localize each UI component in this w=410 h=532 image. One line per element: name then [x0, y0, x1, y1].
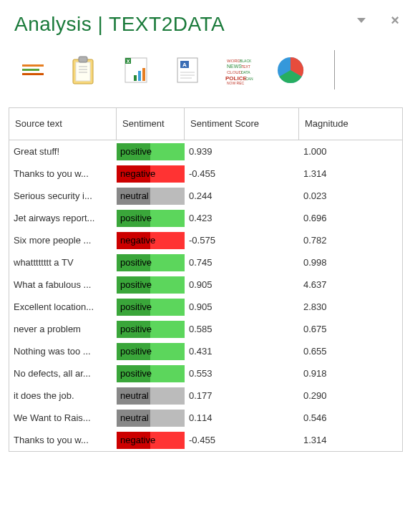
- panel-title: Analysis | TEXT2DATA: [14, 13, 396, 36]
- cell-score: 0.585: [185, 318, 299, 340]
- table-row[interactable]: Nothing was too ...positive0.4310.655: [9, 340, 402, 362]
- table-row[interactable]: We Want to Rais...neutral0.1140.546: [9, 407, 402, 429]
- table-row[interactable]: Thanks to you w...negative-0.4551.314: [9, 163, 402, 185]
- cell-magnitude: 2.830: [299, 296, 402, 318]
- cell-source: Six more people ...: [9, 229, 117, 251]
- table-row[interactable]: Thanks to you w...negative-0.4551.314: [9, 429, 402, 451]
- cell-sentiment: positive: [117, 251, 185, 274]
- cell-score: -0.455: [185, 163, 299, 185]
- cell-magnitude: 0.290: [299, 385, 402, 407]
- cell-source: Thanks to you w...: [9, 163, 117, 185]
- cell-sentiment: positive: [117, 340, 185, 362]
- cell-magnitude: 0.696: [299, 207, 402, 229]
- table-row[interactable]: Six more people ...negative-0.5750.782: [9, 229, 402, 251]
- svg-text:WORD: WORD: [227, 59, 241, 63]
- cell-magnitude: 4.637: [299, 274, 402, 296]
- cell-sentiment: positive: [117, 362, 185, 385]
- cell-sentiment: negative: [117, 163, 185, 185]
- cell-sentiment: negative: [117, 429, 185, 451]
- cell-sentiment: positive: [117, 296, 185, 318]
- cell-sentiment: neutral: [117, 385, 185, 407]
- cell-source: What a fabulous ...: [9, 274, 117, 296]
- cell-score: 0.939: [185, 140, 299, 163]
- cell-sentiment: positive: [117, 274, 185, 296]
- cell-magnitude: 0.918: [299, 362, 402, 385]
- cell-score: -0.575: [185, 229, 299, 251]
- cell-score: 0.423: [185, 207, 299, 229]
- table-row[interactable]: Excellent location...positive0.9052.830: [9, 296, 402, 318]
- cell-sentiment: positive: [117, 207, 185, 229]
- sentiment-badge: neutral: [117, 387, 185, 405]
- svg-text:CAN: CAN: [245, 77, 253, 81]
- table-row[interactable]: whatttttttt a TVpositive0.7450.998: [9, 251, 402, 274]
- sentiment-badge: positive: [117, 276, 185, 294]
- cell-magnitude: 0.675: [299, 318, 402, 340]
- cell-score: 0.553: [185, 362, 299, 385]
- svg-text:BLACK: BLACK: [240, 59, 252, 63]
- cell-magnitude: 1.314: [299, 163, 402, 185]
- sentiment-badge: negative: [117, 232, 185, 249]
- dropdown-icon[interactable]: [357, 18, 366, 23]
- table-row[interactable]: Jet airways report...positive0.4230.696: [9, 207, 402, 229]
- wordcloud-icon[interactable]: WORD BLACK NEWS TEXT CLOUD DATA POLICE C…: [224, 55, 254, 85]
- clipboard-icon[interactable]: [69, 55, 99, 85]
- cell-source: We Want to Rais...: [9, 407, 117, 429]
- sentiment-badge: positive: [117, 321, 185, 338]
- window-controls: ×: [357, 13, 399, 27]
- cell-score: 0.905: [185, 296, 299, 318]
- cell-source: Thanks to you w...: [9, 429, 117, 451]
- pie-chart-icon[interactable]: [275, 55, 306, 85]
- cell-score: -0.455: [185, 429, 299, 451]
- table-row[interactable]: What a fabulous ...positive0.9054.637: [9, 274, 402, 296]
- svg-text:DATA: DATA: [241, 70, 250, 74]
- excel-icon[interactable]: X: [121, 55, 151, 85]
- svg-rect-1: [76, 62, 90, 81]
- col-header-score[interactable]: Sentiment Score: [185, 108, 299, 140]
- document-icon[interactable]: A: [172, 55, 202, 85]
- cell-score: 0.244: [185, 185, 299, 207]
- table-row[interactable]: it does the job.neutral0.1770.290: [9, 385, 402, 407]
- svg-rect-10: [138, 71, 141, 81]
- cell-magnitude: 0.655: [299, 340, 402, 362]
- col-header-sentiment[interactable]: Sentiment: [117, 108, 185, 140]
- table-row[interactable]: Great stuff!positive0.9391.000: [9, 140, 402, 163]
- cell-magnitude: 0.782: [299, 229, 402, 251]
- sentiment-badge: negative: [117, 165, 185, 183]
- svg-text:A: A: [182, 62, 187, 68]
- cell-magnitude: 1.314: [299, 429, 402, 451]
- svg-text:NEWS: NEWS: [227, 64, 242, 69]
- cell-score: 0.905: [185, 274, 299, 296]
- sentiment-badge: neutral: [117, 188, 185, 205]
- sentiment-badge: positive: [117, 365, 185, 382]
- cell-magnitude: 0.023: [299, 185, 402, 207]
- cell-source: Jet airways report...: [9, 207, 117, 229]
- cell-magnitude: 1.000: [299, 140, 402, 163]
- cell-score: 0.114: [185, 407, 299, 429]
- cell-source: Great stuff!: [9, 140, 117, 163]
- sentiment-badge: negative: [117, 432, 185, 449]
- toolbar: X A WORD BLACK NEWS TEXT CLOUD DATA POLI…: [0, 36, 410, 104]
- cell-source: it does the job.: [9, 385, 117, 407]
- cell-magnitude: 0.998: [299, 251, 402, 274]
- table-header-row: Source text Sentiment Sentiment Score Ma…: [9, 108, 402, 140]
- col-header-source[interactable]: Source text: [9, 108, 117, 140]
- svg-text:CLOUD: CLOUD: [227, 70, 243, 74]
- svg-text:TEXT: TEXT: [241, 64, 250, 69]
- close-icon[interactable]: ×: [391, 13, 399, 27]
- col-header-magnitude[interactable]: Magnitude: [299, 108, 402, 140]
- toolbar-separator: [334, 50, 335, 90]
- results-table: Source text Sentiment Sentiment Score Ma…: [9, 107, 403, 452]
- cell-score: 0.745: [185, 251, 299, 274]
- cell-source: Serious security i...: [9, 185, 117, 207]
- lines-icon[interactable]: [18, 55, 48, 85]
- table-row[interactable]: Serious security i...neutral0.2440.023: [9, 185, 402, 207]
- sentiment-badge: positive: [117, 299, 185, 316]
- cell-score: 0.177: [185, 385, 299, 407]
- panel-header: Analysis | TEXT2DATA ×: [0, 0, 410, 36]
- table-row[interactable]: never a problempositive0.5850.675: [9, 318, 402, 340]
- sentiment-badge: neutral: [117, 410, 185, 427]
- table-row[interactable]: No defects, all ar...positive0.5530.918: [9, 362, 402, 385]
- svg-rect-9: [134, 75, 137, 81]
- sentiment-badge: positive: [117, 343, 185, 360]
- cell-magnitude: 0.546: [299, 407, 402, 429]
